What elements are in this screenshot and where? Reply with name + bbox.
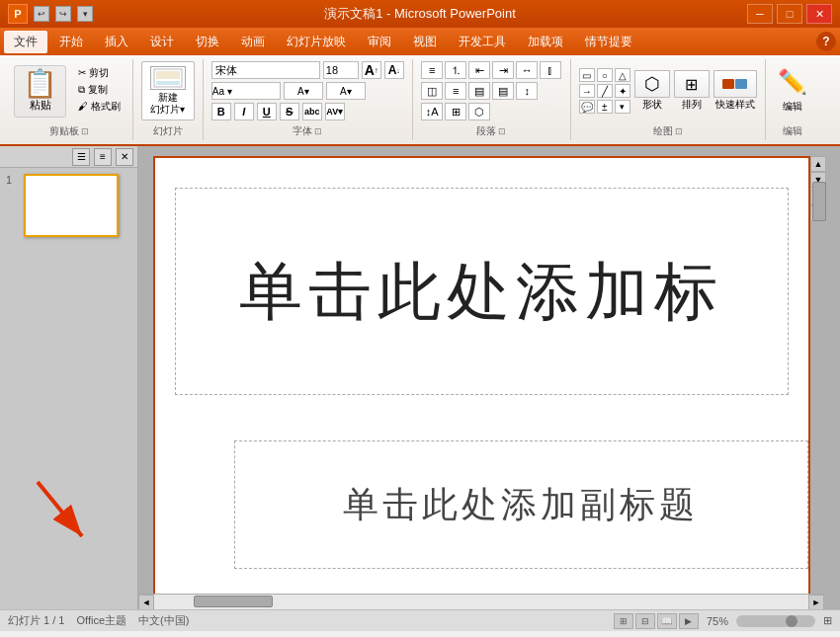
menu-transitions[interactable]: 切换 — [186, 31, 229, 53]
quick-styles-button[interactable]: 快速样式 — [714, 70, 757, 112]
text-align-vert-button[interactable]: ⊞ — [445, 103, 466, 120]
list-number-button[interactable]: ⒈ — [445, 61, 466, 79]
h-scroll-track[interactable] — [154, 595, 808, 609]
zoom-thumb[interactable] — [786, 615, 798, 627]
shape-equation[interactable]: ± — [597, 100, 613, 114]
minimize-button[interactable]: ─ — [747, 4, 773, 24]
help-button[interactable]: ? — [816, 32, 836, 51]
shape-arrow[interactable]: → — [579, 84, 595, 98]
font-aa2[interactable]: A▾ — [326, 82, 366, 100]
font-expand[interactable]: ⊡ — [314, 126, 322, 136]
scroll-up-button[interactable]: ▲ — [810, 156, 826, 172]
edit-button[interactable]: ✏️ 编辑 — [774, 64, 811, 118]
menu-home[interactable]: 开始 — [49, 31, 93, 53]
title-placeholder[interactable]: 单击此处添加标 — [175, 188, 789, 395]
menu-view[interactable]: 视图 — [403, 31, 447, 53]
format-painter-button[interactable]: 🖌 格式刷 — [74, 99, 125, 115]
panel-view-toggle[interactable]: ☰ — [72, 148, 90, 166]
redo-button[interactable]: ↪ — [55, 6, 71, 22]
scroll-thumb[interactable] — [812, 182, 826, 221]
para-content: ≡ ⒈ ⇤ ⇥ ↔ ⫿ ◫ ≡ ▤ ▤ ↕ ↕A — [421, 61, 561, 120]
copy-button[interactable]: ⧉ 复制 — [74, 82, 125, 98]
editing-group: ✏️ 编辑 编辑 — [766, 59, 819, 140]
maximize-button[interactable]: □ — [777, 4, 802, 24]
panel-controls: ☰ ≡ ✕ — [0, 146, 137, 168]
drawing-expand[interactable]: ⊡ — [675, 126, 683, 136]
close-button[interactable]: ✕ — [806, 4, 832, 24]
arrange-button[interactable]: ⊞ 排列 — [674, 70, 710, 112]
indent-dec-button[interactable]: ⇤ — [468, 61, 490, 79]
title-text: 单击此处添加标 — [239, 249, 723, 335]
justify-button[interactable]: ▤ — [492, 82, 514, 100]
menu-insert[interactable]: 插入 — [95, 31, 138, 53]
menu-developer[interactable]: 开发工具 — [449, 31, 516, 53]
font-name-input[interactable] — [211, 61, 320, 79]
font-color-a[interactable]: A▾ — [284, 82, 323, 100]
reading-view-button[interactable]: 📖 — [657, 613, 677, 629]
shapes-more[interactable]: ▾ — [615, 100, 630, 114]
menu-review[interactable]: 审阅 — [358, 31, 401, 53]
panel-close-button[interactable]: ✕ — [116, 148, 133, 166]
slide-number-1: 1 — [6, 174, 18, 186]
shape-rect[interactable]: ▭ — [579, 68, 595, 82]
font-grow-button[interactable]: A↑ — [362, 61, 381, 79]
zoom-slider[interactable] — [736, 615, 815, 627]
horizontal-scrollbar[interactable]: ◄ ► — [138, 594, 824, 609]
menu-design[interactable]: 设计 — [140, 31, 184, 53]
align-center-button[interactable]: ≡ — [445, 82, 466, 100]
new-slide-button[interactable]: 新建幻灯片▾ — [141, 61, 195, 120]
font-shrink-button[interactable]: A↓ — [384, 61, 404, 79]
underline-button[interactable]: U — [257, 103, 277, 120]
shape-line[interactable]: ╱ — [597, 84, 613, 98]
para-row1: ≡ ⒈ ⇤ ⇥ ↔ ⫿ — [421, 61, 561, 79]
indent-inc-button[interactable]: ⇥ — [492, 61, 514, 79]
line-spacing-button[interactable]: ↕ — [516, 82, 538, 100]
shape-triangle[interactable]: △ — [615, 68, 630, 82]
scroll-left-button[interactable]: ◄ — [138, 595, 154, 610]
slidesorter-view-button[interactable]: ⊟ — [635, 613, 655, 629]
window-title: 演示文稿1 - Microsoft PowerPoint — [93, 5, 747, 23]
columns-button[interactable]: ⫿ — [540, 61, 561, 79]
font-aa-input[interactable] — [211, 82, 281, 100]
para-expand[interactable]: ⊡ — [498, 126, 506, 136]
scroll-right-button[interactable]: ► — [808, 595, 824, 610]
slideshow-button[interactable]: ▶ — [679, 613, 699, 629]
h-scroll-thumb[interactable] — [194, 596, 273, 607]
list-bullet-button[interactable]: ≡ — [421, 61, 443, 79]
normal-view-button[interactable]: ⊞ — [614, 613, 633, 629]
undo-button[interactable]: ↩ — [34, 6, 49, 22]
shape-circle[interactable]: ○ — [597, 68, 613, 82]
font-size-input[interactable] — [323, 61, 359, 79]
shape-star[interactable]: ✦ — [615, 84, 630, 98]
subtitle-placeholder[interactable]: 单击此处添加副标题 — [234, 440, 808, 569]
bold-button[interactable]: B — [211, 103, 231, 120]
slide-canvas[interactable]: 单击此处添加标 单击此处添加副标题 — [153, 156, 810, 600]
text-direction-button[interactable]: ↕A — [421, 103, 443, 120]
quick-access-button[interactable]: ▾ — [77, 6, 93, 22]
menu-storyboard[interactable]: 情节提要 — [575, 31, 642, 53]
font-spacing-button[interactable]: AV▾ — [325, 103, 345, 120]
vertical-scrollbar[interactable]: ▲ ▼ ▲ ▼ — [810, 156, 826, 221]
shape-button[interactable]: ⬡ 形状 — [634, 70, 670, 112]
title-bar-left: P ↩ ↪ ▾ — [8, 4, 93, 24]
menu-slideshow[interactable]: 幻灯片放映 — [277, 31, 356, 53]
menu-addins[interactable]: 加载项 — [518, 31, 573, 53]
slide-item-1[interactable]: 1 — [6, 174, 131, 237]
cut-button[interactable]: ✂ 剪切 — [74, 65, 125, 81]
rtl-button[interactable]: ↔ — [516, 61, 538, 79]
italic-button[interactable]: I — [234, 103, 254, 120]
smartart-button[interactable]: ⬡ — [468, 103, 490, 120]
slide-preview-1[interactable] — [24, 174, 119, 237]
clipboard-expand[interactable]: ⊡ — [81, 126, 89, 136]
align-right-button[interactable]: ▤ — [468, 82, 490, 100]
menu-file[interactable]: 文件 — [4, 31, 47, 53]
shape-callout[interactable]: 💬 — [579, 100, 595, 114]
status-bar: 幻灯片 1 / 1 Office主题 中文(中国) ⊞ ⊟ 📖 ▶ 75% ⊞ — [0, 609, 840, 631]
shadow-button[interactable]: abc — [302, 103, 322, 120]
strikethrough-button[interactable]: S — [280, 103, 299, 120]
slide-thumb-icon — [150, 66, 186, 90]
paste-button[interactable]: 📋 粘贴 — [14, 65, 66, 118]
align-left-button[interactable]: ◫ — [421, 82, 443, 100]
panel-outline-toggle[interactable]: ≡ — [94, 148, 112, 166]
menu-animations[interactable]: 动画 — [231, 31, 275, 53]
